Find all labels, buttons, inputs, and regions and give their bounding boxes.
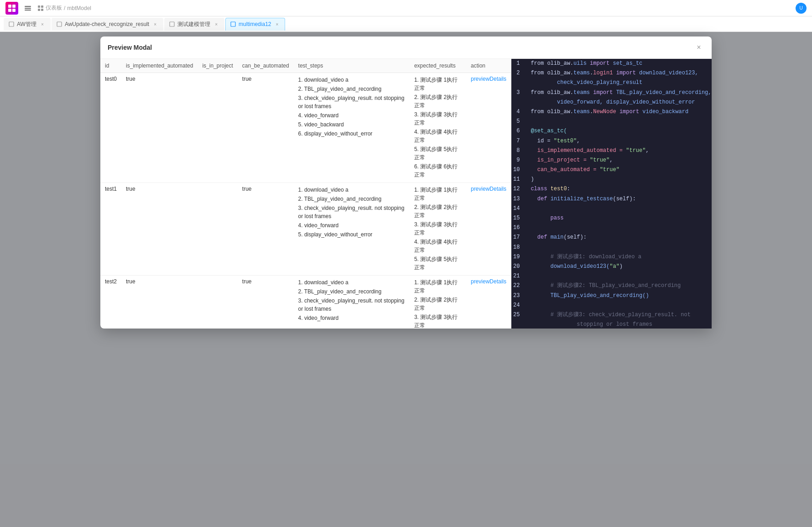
code-token: def — [531, 196, 550, 202]
line-code: check_video_playing_result — [525, 78, 712, 88]
line-code: # 测试步骤3: check_video_playing_result. not — [525, 310, 712, 320]
code-token: @set_as_tc( — [531, 128, 567, 134]
table-row: test1 true true 1. download_video a2. TB… — [100, 183, 511, 276]
tab-aw-update-label: AwUpdate-check_recognize_result — [65, 21, 149, 27]
line-code: # 测试步骤1: download_video a — [525, 252, 712, 262]
line-number — [511, 320, 525, 329]
code-line: 17 def main(self): — [511, 233, 712, 242]
code-token: download_video123, — [639, 70, 698, 76]
code-token: test0 — [551, 186, 567, 192]
line-number: 10 — [511, 165, 525, 175]
svg-rect-11 — [9, 22, 14, 26]
tab-test-model[interactable]: 测试建模管理 × — [164, 18, 224, 31]
breadcrumb-home[interactable]: 仪表板 — [46, 4, 62, 12]
code-token: set_as_tc — [613, 60, 642, 67]
tab-aw-manage-close[interactable]: × — [39, 21, 46, 27]
modal-body: id is_implemented_automated is_in_projec… — [100, 59, 712, 329]
table-side: id is_implemented_automated is_in_projec… — [100, 59, 511, 329]
line-number: 6 — [511, 126, 525, 136]
code-token: TBL_play_video_and_recording, — [616, 89, 712, 96]
code-token: import — [587, 60, 613, 67]
line-code: @set_as_tc( — [525, 126, 712, 136]
tab-test-model-close[interactable]: × — [213, 21, 219, 27]
code-token: "true" — [626, 147, 645, 154]
cell-is-implemented: true — [121, 73, 198, 183]
cell-action[interactable]: previewDetails — [466, 276, 511, 329]
tab-aw-manage-label: AW管理 — [17, 21, 36, 28]
line-code — [525, 243, 712, 252]
code-token: pass — [531, 215, 563, 221]
table-header-row: id is_implemented_automated is_in_projec… — [100, 59, 511, 73]
cell-is-in-project — [198, 276, 237, 329]
code-table: 1from olib_aw.uils import set_as_tc2from… — [511, 59, 712, 329]
svg-rect-3 — [12, 9, 16, 12]
code-token — [531, 312, 550, 318]
code-token: from — [531, 70, 547, 76]
code-line: 18 — [511, 243, 712, 252]
tab-aw-update[interactable]: AwUpdate-check_recognize_result × — [52, 18, 163, 31]
code-token: from — [531, 109, 547, 115]
svg-rect-10 — [41, 9, 43, 11]
preview-details-link[interactable]: previewDetails — [471, 76, 506, 82]
code-token: can_be_automated = — [531, 167, 599, 173]
cell-id: test1 — [100, 183, 121, 276]
code-line: 19 # 测试步骤1: download_video a — [511, 252, 712, 262]
cell-action[interactable]: previewDetails — [466, 183, 511, 276]
svg-rect-14 — [231, 22, 235, 26]
sidebar-toggle[interactable] — [22, 5, 34, 11]
svg-rect-2 — [8, 9, 11, 12]
code-token: olib_aw — [547, 109, 570, 115]
line-number — [511, 98, 525, 107]
col-action: action — [466, 59, 511, 73]
svg-rect-8 — [41, 5, 43, 8]
line-number: 9 — [511, 156, 525, 165]
code-token: uils — [573, 60, 587, 67]
code-token: stopping or lost frames — [531, 321, 652, 328]
code-token: "true" — [600, 167, 619, 173]
preview-details-link[interactable]: previewDetails — [471, 278, 506, 285]
cell-test-steps: 1. download_video a2. TBL_play_video_and… — [294, 183, 410, 276]
line-number: 22 — [511, 281, 525, 291]
user-avatar[interactable]: U — [796, 3, 807, 14]
code-line: 11) — [511, 175, 712, 184]
code-token: ) — [619, 263, 623, 270]
line-code: stopping or lost frames — [525, 320, 712, 329]
code-token: olib_aw — [547, 60, 570, 67]
code-token: . — [570, 60, 573, 67]
line-number: 16 — [511, 223, 525, 233]
code-token: # 测试步骤1: download_video a — [551, 254, 641, 260]
code-line: 25 # 测试步骤3: check_video_playing_result. … — [511, 310, 712, 320]
line-code: from olib_aw.teams.login1 import downloa… — [525, 68, 712, 78]
tab-bar: AW管理 × AwUpdate-check_recognize_result ×… — [0, 16, 812, 32]
code-line: 20 download_video123("a") — [511, 262, 712, 271]
svg-rect-7 — [38, 5, 40, 8]
line-code: id = "test0", — [525, 136, 712, 146]
line-code — [525, 271, 712, 281]
preview-details-link[interactable]: previewDetails — [471, 186, 506, 192]
cell-action[interactable]: previewDetails — [466, 73, 511, 183]
cell-is-in-project — [198, 73, 237, 183]
tab-aw-update-close[interactable]: × — [152, 21, 158, 27]
code-panel: 1from olib_aw.uils import set_as_tc2from… — [511, 59, 712, 329]
line-number: 13 — [511, 194, 525, 204]
tab-multimedia-close[interactable]: × — [274, 21, 280, 27]
code-line: 22 # 测试步骤2: TBL_play_video_and_recording — [511, 281, 712, 291]
cell-id: test2 — [100, 276, 121, 329]
line-number: 11 — [511, 175, 525, 184]
svg-rect-5 — [25, 8, 31, 9]
line-code: def initialize_testcase(self): — [525, 194, 712, 204]
tab-multimedia[interactable]: multimedia12 × — [225, 18, 285, 31]
cell-is-in-project — [198, 183, 237, 276]
tab-aw-manage[interactable]: AW管理 × — [4, 18, 51, 31]
line-code: # 测试步骤2: TBL_play_video_and_recording — [525, 281, 712, 291]
code-line: 14 — [511, 204, 712, 214]
line-number: 1 — [511, 59, 525, 68]
line-number: 14 — [511, 204, 525, 214]
col-is-implemented: is_implemented_automated — [121, 59, 198, 73]
modal-overlay: Preview Modal × id is_implemented_automa… — [0, 32, 812, 527]
modal-close-button[interactable]: × — [693, 42, 704, 53]
col-id: id — [100, 59, 121, 73]
code-token: (self): — [613, 196, 635, 202]
cell-expected-results: 1. 测试步骤 1执行正常2. 测试步骤 2执行正常3. 测试步骤 3执行正常4… — [410, 183, 466, 276]
breadcrumb-model[interactable]: mbtModel — [67, 5, 91, 11]
